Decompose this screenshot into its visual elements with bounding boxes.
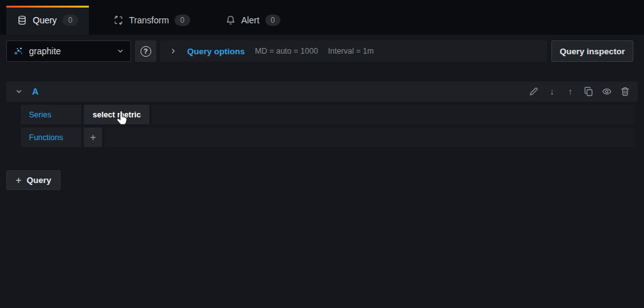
query-ref-id: A [32, 86, 38, 97]
tab-query[interactable]: Query 0 [6, 6, 89, 35]
datasource-help-button[interactable]: ? [135, 40, 156, 62]
query-options-label[interactable]: Query options [187, 47, 245, 56]
series-row: Series select metric [21, 105, 635, 124]
bell-icon [226, 15, 236, 25]
arrow-up-icon[interactable]: ↑ [565, 86, 575, 97]
graphite-logo-icon [13, 46, 23, 56]
interval-value: Interval = 1m [328, 47, 374, 56]
copy-icon[interactable] [584, 86, 594, 97]
query-toolbar: graphite ? Query options MD = auto = 100… [6, 40, 633, 62]
query-options-bar[interactable]: Query options MD = auto = 1000 Interval … [160, 40, 547, 62]
add-query-label: Query [26, 175, 51, 185]
query-row-header: A ↓ ↑ [6, 81, 638, 102]
query-row-actions: ↓ ↑ [529, 86, 630, 97]
tab-transform[interactable]: Transform 0 [103, 6, 201, 35]
transform-icon [113, 15, 124, 25]
max-data-points-value: MD = auto = 1000 [255, 47, 318, 56]
tab-query-count-badge: 0 [62, 15, 78, 26]
plus-icon: + [16, 175, 21, 186]
tab-transform-label: Transform [129, 15, 169, 25]
pencil-icon[interactable] [529, 86, 539, 97]
series-row-empty-area [152, 105, 635, 124]
tab-alert-count-badge: 0 [265, 15, 281, 26]
editor-tab-bar: Query 0 Transform 0 Alert 0 [0, 0, 644, 35]
query-inspector-button[interactable]: Query inspector [551, 40, 633, 62]
datasource-name: graphite [29, 46, 61, 56]
chevron-down-icon [117, 47, 124, 55]
tab-transform-count-badge: 0 [175, 15, 190, 26]
datasource-picker[interactable]: graphite [6, 40, 131, 62]
select-metric-button[interactable]: select metric [84, 105, 149, 124]
arrow-down-icon[interactable]: ↓ [547, 86, 557, 97]
tab-query-label: Query [33, 15, 57, 25]
series-row-label: Series [21, 105, 81, 124]
functions-row-empty-area [105, 127, 635, 147]
tab-alert-label: Alert [241, 15, 260, 25]
add-query-button[interactable]: + Query [6, 170, 60, 190]
eye-icon[interactable] [602, 86, 612, 97]
database-icon [17, 15, 27, 25]
functions-row-label: Functions [21, 127, 81, 147]
collapse-chevron-down-icon[interactable] [14, 86, 24, 97]
tab-alert[interactable]: Alert 0 [215, 6, 291, 35]
trash-icon[interactable] [620, 86, 630, 97]
question-circle-icon: ? [141, 46, 151, 57]
functions-row: Functions + [21, 127, 635, 147]
chevron-right-icon [170, 47, 177, 55]
add-function-button[interactable]: + [84, 127, 102, 147]
